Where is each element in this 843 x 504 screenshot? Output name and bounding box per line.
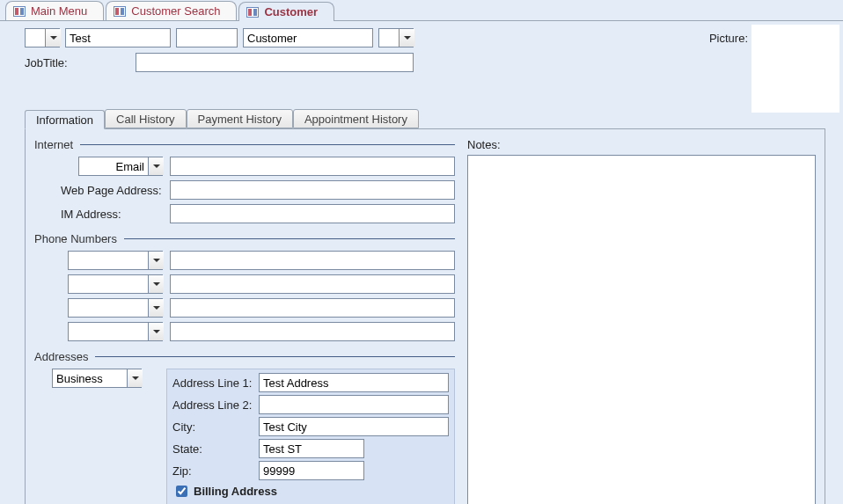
web-input[interactable]	[170, 180, 455, 200]
phone-row	[34, 251, 455, 270]
phone-value-input[interactable]	[170, 298, 455, 318]
address-zip-label: Zip:	[172, 464, 255, 478]
tab-appointment-history[interactable]: Appointment History	[293, 109, 419, 128]
phone-type-input[interactable]	[69, 299, 148, 317]
phone-type-combo[interactable]	[68, 298, 163, 318]
im-input[interactable]	[170, 204, 455, 223]
email-row	[34, 157, 455, 176]
address-type-input[interactable]	[53, 369, 127, 387]
phone-type-combo[interactable]	[68, 322, 163, 341]
phone-type-input[interactable]	[69, 323, 148, 340]
group-title-text: Addresses	[34, 350, 88, 363]
window-tab-strip: Main Menu Customer Search Customer	[0, 0, 843, 21]
address-state-row: State:	[172, 439, 449, 458]
phone-type-combo[interactable]	[68, 274, 163, 294]
dropdown-button[interactable]	[148, 275, 164, 293]
address-zip-row: Zip:	[172, 461, 449, 480]
dropdown-button[interactable]	[148, 299, 164, 317]
address-state-label: State:	[172, 442, 255, 456]
dropdown-button[interactable]	[127, 369, 143, 387]
name-suffix-combo[interactable]	[378, 28, 414, 47]
app-window: Main Menu Customer Search Customer	[0, 0, 843, 504]
address-line1-label: Address Line 1:	[172, 376, 255, 390]
phone-row	[34, 274, 455, 294]
chevron-down-icon	[50, 36, 57, 40]
window-tab-label: Customer Search	[131, 4, 220, 18]
address-state-input[interactable]	[259, 439, 364, 458]
chevron-down-icon	[404, 36, 411, 40]
first-name-input[interactable]	[65, 28, 171, 47]
address-city-label: City:	[172, 420, 255, 434]
phone-row	[34, 322, 455, 341]
phone-value-input[interactable]	[170, 274, 455, 294]
billing-checkbox[interactable]	[176, 486, 187, 497]
picture-box[interactable]	[751, 25, 839, 113]
email-input[interactable]	[170, 157, 455, 176]
billing-row: Billing Address	[172, 483, 449, 500]
right-column: Notes:	[467, 138, 816, 504]
window-tab-customer-search[interactable]: Customer Search	[106, 1, 237, 20]
subtab-label: Information	[36, 113, 93, 127]
left-column: Internet Web Page Address:	[34, 138, 455, 504]
chevron-down-icon	[153, 164, 160, 168]
jobtitle-row: JobTitle:	[25, 53, 825, 72]
tab-call-history[interactable]: Call History	[105, 109, 186, 128]
web-label: Web Page Address:	[61, 184, 162, 197]
email-type-input[interactable]	[79, 157, 148, 175]
phone-type-combo[interactable]	[68, 251, 163, 270]
dropdown-button[interactable]	[148, 252, 164, 269]
email-type-combo[interactable]	[78, 157, 163, 176]
group-title: Phone Numbers	[34, 232, 455, 245]
address-line2-input[interactable]	[259, 395, 449, 414]
divider	[95, 356, 455, 357]
form-icon	[13, 6, 26, 17]
group-title-text: Phone Numbers	[34, 232, 117, 245]
form-icon	[114, 6, 126, 17]
phone-value-input[interactable]	[170, 322, 455, 341]
billing-label[interactable]: Billing Address	[194, 485, 277, 498]
name-prefix-combo[interactable]	[25, 28, 60, 47]
tab-payment-history[interactable]: Payment History	[187, 109, 293, 128]
picture-label: Picture:	[709, 32, 748, 45]
address-line2-label: Address Line 2:	[172, 398, 255, 412]
address-line1-input[interactable]	[259, 373, 449, 392]
phone-type-input[interactable]	[69, 275, 148, 293]
chevron-down-icon	[153, 282, 160, 286]
window-tab-main-menu[interactable]: Main Menu	[5, 1, 104, 20]
information-panel: Internet Web Page Address:	[25, 128, 825, 504]
address-city-input[interactable]	[259, 417, 449, 436]
dropdown-button[interactable]	[148, 323, 164, 340]
addresses-group: Addresses Address Line 1:	[34, 350, 455, 504]
jobtitle-input[interactable]	[136, 53, 414, 72]
chevron-down-icon	[153, 330, 160, 333]
address-type-combo[interactable]	[52, 369, 142, 388]
internet-group: Internet Web Page Address:	[34, 138, 455, 223]
divider	[124, 238, 455, 239]
group-title: Internet	[34, 138, 455, 151]
chevron-down-icon	[153, 259, 160, 262]
dropdown-button[interactable]	[399, 29, 414, 47]
name-suffix-input[interactable]	[379, 29, 399, 47]
last-name-input[interactable]	[243, 28, 373, 47]
chevron-down-icon	[132, 376, 139, 380]
notes-input[interactable]	[467, 155, 816, 504]
dropdown-button[interactable]	[148, 157, 164, 175]
subtab-strip: Information Call History Payment History…	[25, 107, 825, 128]
window-tab-customer[interactable]: Customer	[238, 2, 334, 21]
tab-information[interactable]: Information	[25, 110, 105, 129]
phone-row	[34, 298, 455, 318]
phone-value-input[interactable]	[170, 251, 455, 270]
middle-name-input[interactable]	[176, 28, 238, 47]
addresses-grid: Address Line 1: Address Line 2: City:	[34, 369, 455, 504]
jobtitle-label: JobTitle:	[25, 56, 130, 69]
phone-type-input[interactable]	[69, 252, 148, 269]
form-icon	[246, 7, 259, 18]
name-row	[25, 28, 825, 47]
subtab-label: Payment History	[198, 113, 282, 126]
address-zip-input[interactable]	[259, 461, 364, 480]
dropdown-button[interactable]	[45, 29, 61, 47]
address-city-row: City:	[172, 417, 449, 436]
name-prefix-input[interactable]	[26, 29, 45, 47]
subtab-label: Appointment History	[304, 113, 407, 126]
chevron-down-icon	[153, 306, 160, 310]
